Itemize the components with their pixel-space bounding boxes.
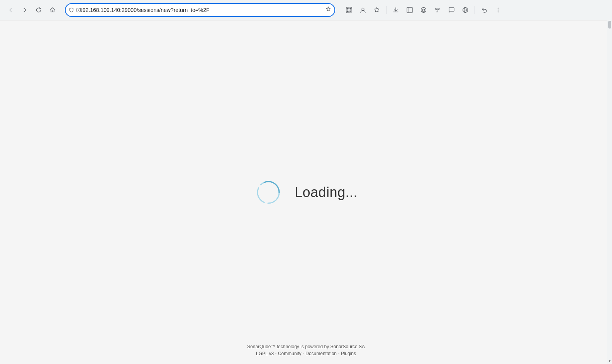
undo-button[interactable] bbox=[478, 4, 490, 16]
toolbar-actions bbox=[343, 4, 504, 16]
footer-lgpl-link[interactable]: LGPL v3 bbox=[256, 351, 274, 356]
browser-toolbar: 192.168.109.140:29000/sessions/new?retur… bbox=[0, 0, 612, 20]
extensions-button[interactable] bbox=[431, 4, 444, 16]
svg-rect-8 bbox=[347, 12, 348, 12]
svg-point-2 bbox=[78, 9, 79, 9]
loading-text: Loading... bbox=[295, 184, 358, 201]
footer-sep-1: - bbox=[275, 351, 278, 356]
footer-sonarsource-link[interactable]: SonarSource SA bbox=[331, 344, 365, 349]
page-footer: SonarQube™ technology is powered by Sona… bbox=[0, 344, 612, 356]
footer-line-2: LGPL v3 - Community - Documentation - Pl… bbox=[256, 351, 356, 356]
footer-documentation-link[interactable]: Documentation bbox=[305, 351, 337, 356]
svg-point-9 bbox=[362, 8, 364, 10]
copilot-button[interactable] bbox=[417, 4, 430, 16]
scrollbar-thumb[interactable] bbox=[608, 21, 611, 29]
bookmark-button[interactable] bbox=[371, 4, 383, 16]
loading-container: Loading... bbox=[254, 179, 358, 206]
svg-point-16 bbox=[498, 10, 499, 11]
loading-spinner bbox=[254, 179, 282, 206]
chat-button[interactable] bbox=[445, 4, 458, 16]
bookmark-star-icon[interactable] bbox=[325, 6, 331, 14]
home-button[interactable] bbox=[46, 4, 59, 16]
reload-button[interactable] bbox=[32, 4, 45, 16]
footer-plugins-link[interactable]: Plugins bbox=[341, 351, 356, 356]
footer-powered-by-text: SonarQube™ technology is powered by bbox=[247, 344, 330, 349]
address-bar-container: 192.168.109.140:29000/sessions/new?retur… bbox=[65, 3, 335, 17]
qr-button[interactable] bbox=[343, 4, 355, 16]
browser-chrome: 192.168.109.140:29000/sessions/new?retur… bbox=[0, 0, 612, 20]
footer-sep-3: - bbox=[338, 351, 341, 356]
nav-buttons bbox=[5, 4, 59, 16]
svg-point-17 bbox=[498, 12, 499, 13]
toolbar-separator-2 bbox=[475, 6, 475, 14]
profile-button[interactable] bbox=[357, 4, 369, 16]
scrollbar-track[interactable] bbox=[607, 20, 612, 364]
security-icon bbox=[69, 7, 81, 13]
svg-point-19 bbox=[254, 179, 282, 206]
translate-button[interactable] bbox=[459, 4, 471, 16]
download-button[interactable] bbox=[390, 4, 402, 16]
toolbar-separator-1 bbox=[386, 6, 387, 14]
browser-content: Loading... SonarQube™ technology is powe… bbox=[0, 20, 612, 364]
svg-rect-7 bbox=[351, 8, 351, 9]
scroll-arrow-bottom[interactable]: ▼ bbox=[607, 358, 612, 364]
forward-button[interactable] bbox=[19, 4, 31, 16]
menu-button[interactable] bbox=[492, 4, 504, 16]
svg-point-15 bbox=[498, 8, 499, 9]
svg-rect-6 bbox=[347, 8, 348, 9]
footer-community-link[interactable]: Community bbox=[278, 351, 302, 356]
address-input[interactable]: 192.168.109.140:29000/sessions/new?retur… bbox=[65, 3, 335, 17]
address-bar-wrapper: 192.168.109.140:29000/sessions/new?retur… bbox=[65, 3, 335, 17]
footer-line-1: SonarQube™ technology is powered by Sona… bbox=[247, 344, 365, 349]
back-button[interactable] bbox=[5, 4, 17, 16]
svg-rect-10 bbox=[407, 7, 412, 13]
sidebar-toggle-button[interactable] bbox=[403, 4, 416, 16]
